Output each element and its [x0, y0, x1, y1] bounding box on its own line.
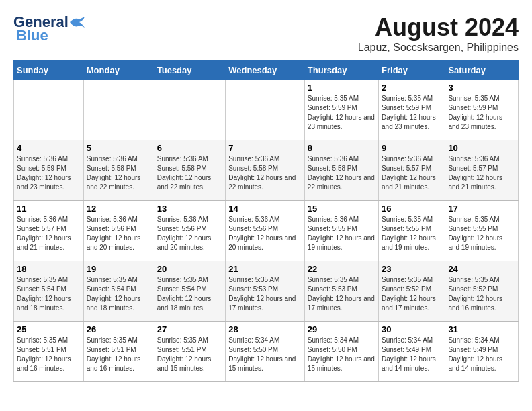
- day-number: 22: [308, 264, 375, 274]
- day-details: Sunrise: 5:35 AMSunset: 5:59 PMDaylight:…: [382, 95, 436, 130]
- day-number: 13: [157, 203, 222, 214]
- day-details: Sunrise: 5:35 AMSunset: 5:53 PMDaylight:…: [308, 276, 375, 312]
- calendar-cell: 1Sunrise: 5:35 AMSunset: 5:59 PMDaylight…: [304, 80, 378, 140]
- day-details: Sunrise: 5:35 AMSunset: 5:54 PMDaylight:…: [157, 276, 212, 312]
- calendar-cell: 10Sunrise: 5:36 AMSunset: 5:57 PMDayligh…: [445, 140, 519, 201]
- day-details: Sunrise: 5:36 AMSunset: 5:58 PMDaylight:…: [308, 155, 375, 191]
- calendar-cell: 16Sunrise: 5:35 AMSunset: 5:55 PMDayligh…: [379, 201, 445, 261]
- week-row-2: 4Sunrise: 5:36 AMSunset: 5:59 PMDaylight…: [14, 140, 519, 201]
- day-details: Sunrise: 5:36 AMSunset: 5:56 PMDaylight:…: [157, 216, 212, 251]
- calendar-cell: 17Sunrise: 5:35 AMSunset: 5:55 PMDayligh…: [445, 201, 519, 261]
- day-number: 21: [228, 264, 302, 274]
- day-details: Sunrise: 5:35 AMSunset: 5:55 PMDaylight:…: [448, 216, 502, 251]
- calendar-cell: [154, 80, 225, 140]
- calendar-cell: 6Sunrise: 5:36 AMSunset: 5:58 PMDaylight…: [154, 140, 225, 201]
- day-number: 18: [17, 264, 81, 274]
- day-number: 20: [157, 264, 222, 274]
- day-number: 2: [382, 83, 442, 93]
- day-number: 19: [87, 264, 151, 274]
- day-number: 26: [87, 324, 151, 334]
- calendar-cell: 2Sunrise: 5:35 AMSunset: 5:59 PMDaylight…: [379, 80, 445, 140]
- header-day-monday: Monday: [83, 61, 154, 80]
- day-number: 28: [228, 324, 302, 334]
- day-number: 16: [382, 203, 442, 214]
- day-number: 6: [157, 143, 222, 153]
- day-number: 23: [382, 264, 442, 274]
- day-details: Sunrise: 5:36 AMSunset: 5:56 PMDaylight:…: [87, 216, 141, 251]
- day-details: Sunrise: 5:34 AMSunset: 5:49 PMDaylight:…: [448, 336, 502, 372]
- day-number: 14: [228, 203, 302, 214]
- day-details: Sunrise: 5:35 AMSunset: 5:59 PMDaylight:…: [308, 95, 375, 130]
- day-number: 8: [308, 143, 375, 153]
- calendar-cell: [14, 80, 84, 140]
- day-details: Sunrise: 5:34 AMSunset: 5:50 PMDaylight:…: [308, 336, 375, 372]
- calendar-cell: 5Sunrise: 5:36 AMSunset: 5:58 PMDaylight…: [83, 140, 154, 201]
- calendar-subtitle: Lapuz, Soccsksargen, Philippines: [358, 42, 519, 54]
- day-details: Sunrise: 5:35 AMSunset: 5:51 PMDaylight:…: [87, 336, 141, 372]
- logo: General Blue: [13, 13, 85, 44]
- week-row-1: 1Sunrise: 5:35 AMSunset: 5:59 PMDaylight…: [14, 80, 519, 140]
- calendar-cell: 9Sunrise: 5:36 AMSunset: 5:57 PMDaylight…: [379, 140, 445, 201]
- day-details: Sunrise: 5:34 AMSunset: 5:49 PMDaylight:…: [382, 336, 436, 372]
- calendar-cell: 19Sunrise: 5:35 AMSunset: 5:54 PMDayligh…: [83, 261, 154, 322]
- header-day-saturday: Saturday: [445, 61, 519, 80]
- day-details: Sunrise: 5:35 AMSunset: 5:51 PMDaylight:…: [17, 336, 71, 372]
- day-details: Sunrise: 5:36 AMSunset: 5:59 PMDaylight:…: [17, 155, 71, 191]
- day-number: 7: [228, 143, 302, 153]
- calendar-cell: 13Sunrise: 5:36 AMSunset: 5:56 PMDayligh…: [154, 201, 225, 261]
- calendar-cell: 28Sunrise: 5:34 AMSunset: 5:50 PMDayligh…: [226, 322, 305, 382]
- day-number: 4: [17, 143, 81, 153]
- calendar-cell: 12Sunrise: 5:36 AMSunset: 5:56 PMDayligh…: [83, 201, 154, 261]
- logo-bird-icon: [70, 17, 85, 28]
- day-number: 15: [308, 203, 375, 214]
- header-day-thursday: Thursday: [304, 61, 378, 80]
- calendar-cell: [226, 80, 305, 140]
- day-details: Sunrise: 5:34 AMSunset: 5:50 PMDaylight:…: [228, 336, 296, 372]
- day-details: Sunrise: 5:35 AMSunset: 5:51 PMDaylight:…: [157, 336, 212, 372]
- week-row-4: 18Sunrise: 5:35 AMSunset: 5:54 PMDayligh…: [14, 261, 519, 322]
- day-details: Sunrise: 5:35 AMSunset: 5:59 PMDaylight:…: [448, 95, 502, 130]
- day-details: Sunrise: 5:36 AMSunset: 5:57 PMDaylight:…: [17, 216, 71, 251]
- calendar-cell: [83, 80, 154, 140]
- header-day-tuesday: Tuesday: [154, 61, 225, 80]
- day-details: Sunrise: 5:36 AMSunset: 5:55 PMDaylight:…: [308, 216, 375, 251]
- day-number: 11: [17, 203, 81, 214]
- calendar-cell: 20Sunrise: 5:35 AMSunset: 5:54 PMDayligh…: [154, 261, 225, 322]
- page-header: General Blue August 2024 Lapuz, Soccsksa…: [13, 13, 519, 54]
- day-number: 12: [87, 203, 151, 214]
- day-number: 29: [308, 324, 375, 334]
- day-number: 30: [382, 324, 442, 334]
- title-area: August 2024 Lapuz, Soccsksargen, Philipp…: [358, 13, 519, 54]
- calendar-table: SundayMondayTuesdayWednesdayThursdayFrid…: [13, 60, 519, 382]
- calendar-title: August 2024: [358, 13, 519, 42]
- day-details: Sunrise: 5:35 AMSunset: 5:55 PMDaylight:…: [382, 216, 436, 251]
- day-details: Sunrise: 5:35 AMSunset: 5:52 PMDaylight:…: [448, 276, 502, 312]
- day-number: 25: [17, 324, 81, 334]
- calendar-cell: 22Sunrise: 5:35 AMSunset: 5:53 PMDayligh…: [304, 261, 378, 322]
- day-details: Sunrise: 5:35 AMSunset: 5:52 PMDaylight:…: [382, 276, 436, 312]
- week-row-3: 11Sunrise: 5:36 AMSunset: 5:57 PMDayligh…: [14, 201, 519, 261]
- calendar-cell: 26Sunrise: 5:35 AMSunset: 5:51 PMDayligh…: [83, 322, 154, 382]
- day-details: Sunrise: 5:36 AMSunset: 5:56 PMDaylight:…: [228, 216, 296, 251]
- calendar-cell: 21Sunrise: 5:35 AMSunset: 5:53 PMDayligh…: [226, 261, 305, 322]
- day-number: 9: [382, 143, 442, 153]
- calendar-cell: 14Sunrise: 5:36 AMSunset: 5:56 PMDayligh…: [226, 201, 305, 261]
- day-number: 3: [448, 83, 515, 93]
- calendar-cell: 8Sunrise: 5:36 AMSunset: 5:58 PMDaylight…: [304, 140, 378, 201]
- calendar-cell: 18Sunrise: 5:35 AMSunset: 5:54 PMDayligh…: [14, 261, 84, 322]
- day-number: 27: [157, 324, 222, 334]
- day-number: 10: [448, 143, 515, 153]
- day-details: Sunrise: 5:36 AMSunset: 5:57 PMDaylight:…: [448, 155, 502, 191]
- calendar-cell: 23Sunrise: 5:35 AMSunset: 5:52 PMDayligh…: [379, 261, 445, 322]
- header-day-sunday: Sunday: [14, 61, 84, 80]
- header-row: SundayMondayTuesdayWednesdayThursdayFrid…: [14, 61, 519, 80]
- day-number: 31: [448, 324, 515, 334]
- day-details: Sunrise: 5:35 AMSunset: 5:53 PMDaylight:…: [228, 276, 296, 312]
- day-number: 1: [308, 83, 375, 93]
- calendar-cell: 7Sunrise: 5:36 AMSunset: 5:58 PMDaylight…: [226, 140, 305, 201]
- calendar-cell: 24Sunrise: 5:35 AMSunset: 5:52 PMDayligh…: [445, 261, 519, 322]
- calendar-cell: 31Sunrise: 5:34 AMSunset: 5:49 PMDayligh…: [445, 322, 519, 382]
- calendar-cell: 11Sunrise: 5:36 AMSunset: 5:57 PMDayligh…: [14, 201, 84, 261]
- day-number: 24: [448, 264, 515, 274]
- day-number: 17: [448, 203, 515, 214]
